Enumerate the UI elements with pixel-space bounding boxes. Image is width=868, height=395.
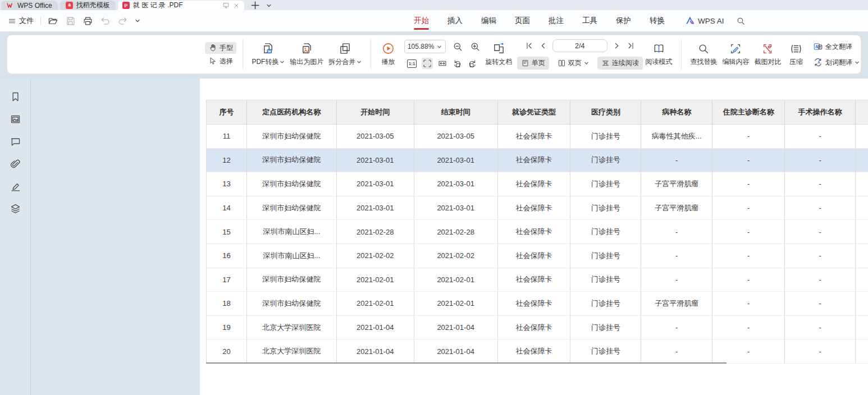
menu-item-保护[interactable]: 保护 bbox=[616, 10, 631, 31]
select-tool-button[interactable]: 选择 bbox=[205, 56, 236, 67]
menu-item-批注[interactable]: 批注 bbox=[549, 10, 564, 31]
table-cell: 门诊挂号 bbox=[570, 268, 641, 292]
menu-item-页面[interactable]: 页面 bbox=[515, 10, 530, 31]
compress-button[interactable]: 压缩 bbox=[784, 38, 808, 71]
rotate-left-button[interactable] bbox=[452, 58, 463, 69]
left-icon-rail bbox=[0, 79, 31, 395]
fit-page-button[interactable] bbox=[422, 58, 433, 69]
tab-list-chevron-icon[interactable] bbox=[266, 3, 272, 8]
menu-item-编辑[interactable]: 编辑 bbox=[481, 10, 496, 31]
new-tab-button[interactable] bbox=[250, 0, 261, 11]
menu-item-开始[interactable]: 开始 bbox=[414, 10, 429, 31]
column-header: 医疗类别 bbox=[570, 100, 641, 124]
table-cell: 2021-02-02 bbox=[414, 244, 498, 268]
table-cell: 深圳市南山区妇... bbox=[247, 220, 337, 244]
zoom-in-icon[interactable] bbox=[470, 42, 481, 52]
last-page-icon[interactable] bbox=[626, 41, 636, 50]
rotate-right-button[interactable] bbox=[467, 58, 478, 69]
quickbar-chevron-icon[interactable] bbox=[135, 18, 140, 24]
docer-icon bbox=[66, 2, 73, 9]
split-merge-button[interactable]: 拆分合并 bbox=[326, 38, 364, 71]
word-translate-icon bbox=[813, 57, 823, 67]
table-cell: 北京大学深圳医院 bbox=[247, 339, 337, 363]
rotate-document-button[interactable]: 旋转文档 bbox=[483, 38, 515, 71]
save-icon[interactable] bbox=[65, 16, 76, 26]
thumbnail-panel-icon[interactable] bbox=[10, 113, 21, 125]
export-image-button[interactable]: 输出为图片 bbox=[287, 38, 326, 71]
menu-bar: 文件 开始插入编辑页面批注工具保护转换WPS AI bbox=[0, 10, 868, 31]
tab-wps-office[interactable]: WPS Office bbox=[1, 1, 58, 10]
file-menu-button[interactable]: 文件 bbox=[8, 16, 34, 26]
menu-item-转换[interactable]: 转换 bbox=[650, 10, 665, 31]
print-icon[interactable] bbox=[83, 16, 93, 26]
monitor-icon[interactable] bbox=[222, 2, 230, 9]
continuous-read-button[interactable]: 连续阅读 bbox=[597, 57, 643, 70]
window-tab-bar: WPS Office 找稻壳模板 P 就 医 记 录 .PDF bbox=[0, 0, 868, 10]
page-number-input[interactable]: 2/4 bbox=[552, 39, 607, 52]
table-cell: - bbox=[641, 149, 712, 172]
find-replace-label: 查找替换 bbox=[690, 57, 717, 67]
layers-panel-icon[interactable] bbox=[10, 203, 21, 215]
signature-panel-icon[interactable] bbox=[10, 181, 21, 192]
tab-docer-templates[interactable]: 找稻壳模板 bbox=[60, 1, 116, 10]
table-cell bbox=[856, 220, 868, 244]
first-page-icon[interactable] bbox=[524, 41, 534, 50]
table-cell bbox=[856, 339, 868, 363]
full-text-translate-button[interactable]: 全文翻译 bbox=[812, 41, 861, 52]
table-row: 18深圳市妇幼保健院2021-02-012021-02-01社会保障卡门诊挂号子… bbox=[207, 292, 868, 316]
menu-item-插入[interactable]: 插入 bbox=[447, 10, 463, 31]
screenshot-compare-button[interactable]: 截图对比 bbox=[752, 38, 784, 71]
fit-width-button[interactable] bbox=[437, 58, 448, 69]
export-image-icon bbox=[300, 42, 313, 55]
table-cell: 深圳市妇幼保健院 bbox=[247, 268, 337, 292]
previous-page-icon[interactable] bbox=[538, 41, 548, 50]
actual-size-button[interactable]: 1:1 bbox=[406, 58, 418, 69]
hand-tool-button[interactable]: 手型 bbox=[205, 42, 236, 54]
find-replace-button[interactable]: 查找替换 bbox=[688, 38, 720, 71]
close-tab-icon[interactable] bbox=[233, 2, 240, 9]
next-page-icon[interactable] bbox=[612, 41, 622, 50]
divider bbox=[371, 39, 371, 70]
undo-icon[interactable] bbox=[100, 16, 111, 26]
open-folder-icon[interactable] bbox=[48, 16, 58, 26]
table-cell: 深圳市南山区妇... bbox=[247, 244, 337, 268]
edit-content-button[interactable]: 编辑内容 bbox=[720, 38, 752, 71]
zoom-out-icon[interactable] bbox=[453, 42, 463, 52]
zoom-level-select[interactable]: 105.88% bbox=[404, 40, 446, 53]
word-translate-button[interactable]: 划词翻译 bbox=[812, 57, 861, 68]
play-button[interactable]: 播放 bbox=[377, 38, 400, 71]
find-replace-icon bbox=[697, 43, 710, 55]
wps-ai-label: WPS AI bbox=[698, 17, 724, 25]
document-title: 就 医 记 录 .PDF bbox=[133, 1, 219, 10]
column-header: 开始时间 bbox=[337, 100, 414, 124]
double-page-button[interactable]: 双页 bbox=[554, 57, 593, 70]
bookmark-panel-icon[interactable] bbox=[10, 91, 21, 103]
redo-icon[interactable] bbox=[117, 16, 128, 26]
table-cell: - bbox=[785, 244, 856, 268]
pdf-convert-button[interactable]: PDF转换 bbox=[249, 38, 287, 71]
play-icon bbox=[382, 42, 395, 55]
compress-label: 压缩 bbox=[789, 57, 803, 67]
table-row: 15深圳市南山区妇...2021-02-282021-02-28社会保障卡门诊挂… bbox=[207, 220, 868, 244]
full-text-translate-icon bbox=[813, 42, 823, 52]
attachment-panel-icon[interactable] bbox=[10, 158, 21, 170]
pdf-convert-icon bbox=[262, 42, 275, 55]
menu-item-工具[interactable]: 工具 bbox=[582, 10, 597, 31]
comment-panel-icon[interactable] bbox=[10, 136, 21, 148]
ribbon-search-button[interactable] bbox=[736, 16, 746, 26]
table-cell: 社会保障卡 bbox=[498, 292, 571, 315]
table-cell: - bbox=[641, 244, 712, 268]
wps-ai-button[interactable]: WPS AI bbox=[686, 16, 724, 25]
table-cell: 门诊挂号 bbox=[570, 149, 641, 172]
single-page-button[interactable]: 单页 bbox=[517, 57, 549, 70]
table-cell: - bbox=[641, 339, 712, 363]
tab-document[interactable]: P 就 医 记 录 .PDF bbox=[118, 1, 244, 10]
continuous-read-label: 连续阅读 bbox=[612, 58, 639, 68]
table-cell: - bbox=[712, 339, 785, 363]
table-cell: 19 bbox=[207, 316, 247, 339]
compress-icon bbox=[790, 43, 802, 55]
table-cell bbox=[856, 292, 868, 315]
pdf-page[interactable]: 序号定点医药机构名称开始时间结束时间就诊凭证类型医疗类别病种名称住院主诊断名称手… bbox=[200, 79, 868, 395]
read-mode-button[interactable]: 阅读模式 bbox=[643, 38, 675, 71]
table-cell: - bbox=[712, 196, 785, 220]
